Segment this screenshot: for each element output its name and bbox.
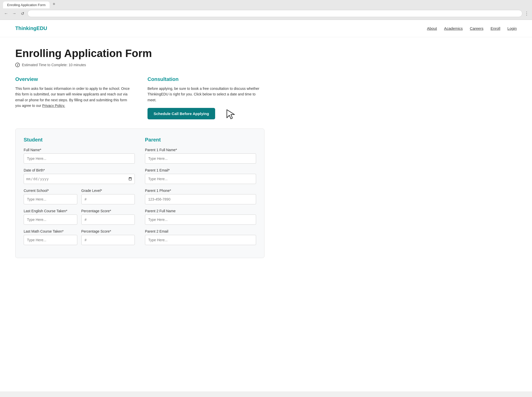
consultation-column: Consultation Before applying, be sure to…: [147, 76, 264, 119]
schedule-call-button[interactable]: Schedule Call Before Applying: [147, 108, 215, 119]
english-row: Last English Course Taken* Percentage Sc…: [24, 209, 135, 225]
browser-menu-button[interactable]: ⋮: [524, 11, 529, 16]
main-content: Enrolling Application Form Estimated Tim…: [0, 37, 280, 273]
site-nav: ThinkingEDU About Academics Careers Enro…: [0, 20, 532, 37]
parent2-name-field: Parent 2 Full Name: [145, 209, 256, 225]
time-estimate: Estimated Time to Complete: 10 minutes: [15, 63, 264, 67]
page-title: Enrolling Application Form: [15, 47, 264, 60]
back-button[interactable]: ←: [3, 10, 9, 17]
parent1-email-label: Parent 1 Email*: [145, 168, 256, 172]
nav-careers[interactable]: Careers: [470, 26, 483, 31]
parent2-email-label: Parent 2 Email: [145, 229, 256, 233]
overview-column: Overview This form asks for basic inform…: [15, 76, 132, 119]
nav-academics[interactable]: Academics: [444, 26, 463, 31]
overview-text-1: This form asks for basic information in …: [15, 87, 130, 108]
new-tab-button[interactable]: +: [51, 0, 57, 8]
dob-label: Date of Birth*: [24, 168, 135, 172]
form-grid: Student Full Name* Date of Birth* Curren…: [24, 137, 256, 250]
last-english-input[interactable]: [24, 215, 77, 225]
full-name-label: Full Name*: [24, 148, 135, 152]
svg-marker-0: [227, 110, 234, 119]
tab-bar: Enrolling Application Form +: [0, 0, 532, 8]
consultation-text: Before applying, be sure to book a free …: [147, 86, 264, 103]
forward-button[interactable]: →: [11, 10, 17, 17]
dob-input[interactable]: [24, 174, 135, 184]
clock-hand-minute: [17, 65, 18, 66]
dob-field: Date of Birth*: [24, 168, 135, 184]
math-score-input[interactable]: [81, 235, 135, 245]
parent1-phone-input[interactable]: [145, 194, 256, 204]
parent1-email-input[interactable]: [145, 174, 256, 184]
grade-level-field: Grade Level*: [81, 189, 135, 204]
parent1-name-field: Parent 1 Full Name*: [145, 148, 256, 164]
last-math-label: Last Math Course Taken*: [24, 229, 77, 233]
parent2-email-input[interactable]: [145, 235, 256, 245]
info-section: Overview This form asks for basic inform…: [15, 76, 264, 119]
full-name-input[interactable]: [24, 153, 135, 164]
overview-heading: Overview: [15, 76, 132, 82]
parent1-phone-field: Parent 1 Phone*: [145, 189, 256, 204]
parent1-name-label: Parent 1 Full Name*: [145, 148, 256, 152]
last-math-field: Last Math Course Taken*: [24, 229, 77, 245]
parent-column: Parent Parent 1 Full Name* Parent 1 Emai…: [145, 137, 256, 250]
last-math-input[interactable]: [24, 235, 77, 245]
student-column: Student Full Name* Date of Birth* Curren…: [24, 137, 135, 250]
site-logo[interactable]: ThinkingEDU: [15, 25, 47, 31]
cursor-svg: [226, 109, 237, 120]
math-score-field: Percentage Score*: [81, 229, 135, 245]
english-score-input[interactable]: [81, 215, 135, 225]
full-name-field: Full Name*: [24, 148, 135, 164]
parent1-name-input[interactable]: [145, 153, 256, 164]
privacy-policy-link[interactable]: Privacy Policy.: [42, 104, 65, 108]
english-score-field: Percentage Score*: [81, 209, 135, 225]
parent-heading: Parent: [145, 137, 256, 143]
parent2-name-label: Parent 2 Full Name: [145, 209, 256, 213]
math-row: Last Math Course Taken* Percentage Score…: [24, 229, 135, 245]
school-grade-row: Current School* Grade Level*: [24, 189, 135, 204]
grade-level-input[interactable]: [81, 194, 135, 204]
tab-title: Enrolling Application Form: [7, 3, 46, 7]
clock-icon: [15, 63, 20, 67]
grade-level-label: Grade Level*: [81, 189, 135, 193]
browser-toolbar: ← → ↺ ⋮: [0, 8, 532, 20]
overview-text: This form asks for basic information in …: [15, 86, 132, 109]
browser-tab[interactable]: Enrolling Application Form: [3, 2, 50, 8]
current-school-label: Current School*: [24, 189, 77, 193]
page-wrapper: ThinkingEDU About Academics Careers Enro…: [0, 20, 532, 391]
last-english-field: Last English Course Taken*: [24, 209, 77, 225]
time-label: Estimated Time to Complete: 10 minutes: [22, 63, 86, 67]
nav-links: About Academics Careers Enroll Login: [427, 26, 517, 31]
current-school-input[interactable]: [24, 194, 77, 204]
current-school-field: Current School*: [24, 189, 77, 204]
parent2-email-field: Parent 2 Email: [145, 229, 256, 245]
last-english-label: Last English Course Taken*: [24, 209, 77, 213]
enrollment-form: Student Full Name* Date of Birth* Curren…: [15, 129, 264, 258]
student-heading: Student: [24, 137, 135, 143]
browser-chrome: Enrolling Application Form + ← → ↺ ⋮: [0, 0, 532, 20]
parent1-email-field: Parent 1 Email*: [145, 168, 256, 184]
nav-login[interactable]: Login: [507, 26, 517, 31]
reload-button[interactable]: ↺: [19, 10, 25, 17]
math-score-label: Percentage Score*: [81, 229, 135, 233]
english-score-label: Percentage Score*: [81, 209, 135, 213]
consultation-heading: Consultation: [147, 76, 264, 82]
nav-enroll[interactable]: Enroll: [491, 26, 500, 31]
address-bar[interactable]: [27, 10, 522, 17]
parent1-phone-label: Parent 1 Phone*: [145, 189, 256, 193]
parent2-name-input[interactable]: [145, 215, 256, 225]
nav-about[interactable]: About: [427, 26, 437, 31]
